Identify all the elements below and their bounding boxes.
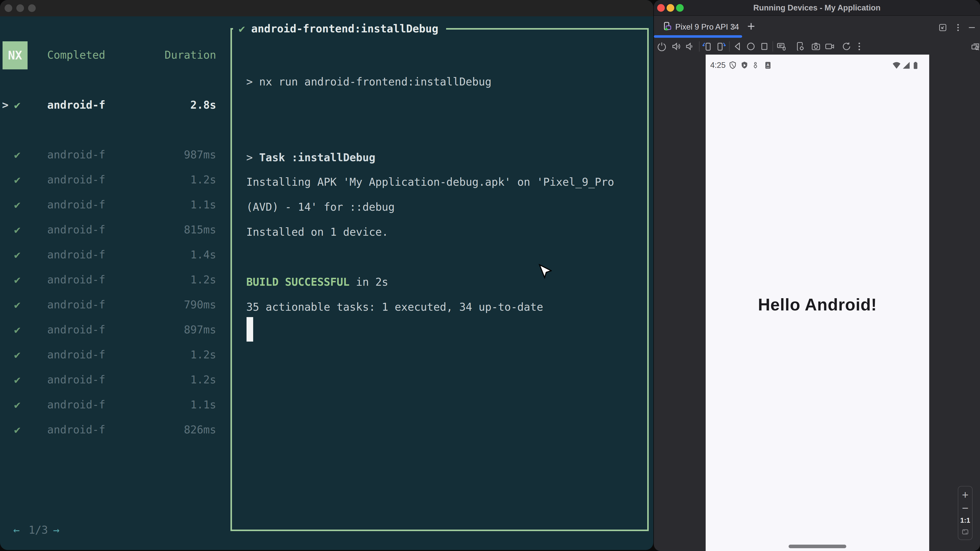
check-icon: ✔ [14, 248, 21, 262]
task-duration: 1.2s [115, 373, 216, 386]
check-icon: ✔ [14, 223, 21, 237]
task-row[interactable]: ✔ android-f 826ms [0, 423, 222, 437]
wifi-icon [891, 60, 902, 70]
check-icon: ✔ [14, 198, 21, 211]
task-row[interactable]: ✔ android-f 1.1s [0, 398, 222, 411]
task-row[interactable]: ✔ android-f 987ms [0, 148, 222, 162]
emulator-screen[interactable]: 4:25 [706, 55, 929, 551]
hello-android-text: Hello Android! [706, 295, 929, 314]
check-icon: ✔ [14, 148, 21, 162]
rotate-left-icon[interactable] [702, 41, 713, 52]
log-line: Installed on 1 device. [246, 225, 388, 239]
close-window-icon[interactable] [5, 4, 12, 12]
next-page-arrow-icon[interactable]: → [53, 524, 59, 537]
check-icon: ✔ [14, 298, 21, 311]
studio-titlebar[interactable]: Running Devices - My Application [654, 0, 980, 16]
restart-icon[interactable] [841, 41, 852, 52]
prev-page-arrow-icon[interactable]: ← [13, 524, 20, 537]
terminal-window: NX Completed Duration > ✔ android-f 2.8s… [0, 0, 653, 550]
task-row[interactable]: ✔ android-f 1.2s [0, 348, 222, 362]
zoom-in-button[interactable]: + [962, 490, 969, 500]
task-duration: 826ms [115, 423, 216, 437]
check-icon: ✔ [14, 173, 21, 186]
hide-icon[interactable] [967, 22, 977, 33]
task-row[interactable]: ✔ android-f 897ms [0, 323, 222, 337]
desktop: NX Completed Duration > ✔ android-f 2.8s… [0, 0, 980, 551]
zoom-out-button[interactable]: − [962, 503, 969, 513]
check-icon: ✔ [14, 273, 21, 286]
shield-icon [728, 60, 738, 70]
summary-line: 35 actionable tasks: 1 executed, 34 up-t… [246, 300, 543, 314]
task-row[interactable]: ✔ android-f 1.4s [0, 248, 222, 262]
overview-icon[interactable] [759, 41, 770, 52]
new-tab-icon[interactable]: + [747, 16, 755, 38]
task-row[interactable]: ✔ android-f 1.2s [0, 173, 222, 186]
screen-record-icon[interactable] [824, 41, 835, 52]
output-header: ✔android-frontend:installDebug [233, 22, 446, 36]
task-duration: 1.1s [115, 198, 216, 211]
task-row[interactable]: ✔ android-f 1.2s [0, 373, 222, 386]
close-tab-icon[interactable]: × [730, 16, 736, 38]
toolbar-separator [699, 41, 700, 52]
task-duration: 815ms [115, 223, 216, 237]
back-icon[interactable] [732, 41, 743, 52]
screenshot-icon[interactable] [810, 41, 821, 52]
task-name: android-f [47, 223, 105, 237]
task-row-selected[interactable]: > ✔ android-f 2.8s [0, 98, 222, 112]
home-indicator-bar[interactable] [789, 545, 846, 548]
task-duration: 897ms [115, 323, 216, 337]
tab-pixel-9-pro[interactable]: Pixel 9 Pro API 34 [675, 16, 739, 38]
battery-icon [910, 60, 921, 70]
check-icon: ✔ [239, 22, 245, 35]
api-badge-icon: A [763, 60, 773, 70]
task-row[interactable]: ✔ android-f 1.2s [0, 273, 222, 286]
terminal-titlebar[interactable] [0, 0, 653, 16]
task-row[interactable]: ✔ android-f 790ms [0, 298, 222, 311]
task-duration: 1.1s [115, 398, 216, 411]
volume-down-icon[interactable] [684, 41, 695, 52]
power-icon[interactable] [656, 41, 667, 52]
more-options-icon[interactable] [953, 22, 963, 33]
emulator-device-icon [661, 21, 673, 33]
zoom-controls: + − 1:1 [958, 486, 973, 540]
check-icon: ✔ [14, 98, 21, 112]
command-line: > nx run android-frontend:installDebug [246, 75, 492, 89]
active-tab-indicator [654, 35, 742, 38]
status-time: 4:25 [710, 61, 725, 70]
build-status: BUILD SUCCESSFUL [246, 276, 350, 288]
task-output-panel: ✔android-frontend:installDebug > nx run … [231, 28, 649, 531]
running-devices-window: Running Devices - My Application Pixel 9… [654, 0, 980, 551]
fit-to-window-icon[interactable] [961, 527, 969, 536]
embed-window-icon[interactable] [938, 22, 948, 33]
task-duration: 2.8s [115, 98, 216, 112]
device-toolbar [654, 38, 980, 55]
minimize-window-icon[interactable] [16, 4, 24, 12]
home-icon[interactable] [745, 41, 756, 52]
task-name: android-f [47, 298, 105, 311]
snippets-icon[interactable] [776, 41, 787, 52]
task-name: android-f [47, 423, 105, 437]
log-line: (AVD) - 14' for ::debug [246, 200, 395, 214]
task-duration: 1.4s [115, 248, 216, 262]
toolbar-separator [729, 41, 730, 52]
layout-inspector-icon[interactable] [970, 41, 980, 52]
task-row[interactable]: ✔ android-f 815ms [0, 223, 222, 237]
check-icon: ✔ [14, 373, 21, 386]
task-name: android-f [47, 173, 105, 186]
actual-size-button[interactable]: 1:1 [960, 516, 970, 524]
window-title: Running Devices - My Application [654, 0, 980, 16]
rotate-right-icon[interactable] [715, 41, 727, 52]
task-row[interactable]: ✔ android-f 1.1s [0, 198, 222, 211]
zoom-window-icon[interactable] [28, 4, 36, 12]
task-name: android-f [47, 373, 105, 386]
check-icon: ✔ [14, 423, 21, 437]
more-icon[interactable] [854, 41, 865, 52]
task-name: android-f [47, 148, 105, 162]
expand-chevron-icon: > [2, 98, 8, 112]
task-duration: 1.2s [115, 273, 216, 286]
task-name: android-f [47, 348, 105, 362]
device-settings-icon[interactable] [794, 41, 806, 52]
task-duration: 987ms [115, 148, 216, 162]
volume-up-icon[interactable] [671, 41, 682, 52]
task-name: android-f [47, 273, 105, 286]
